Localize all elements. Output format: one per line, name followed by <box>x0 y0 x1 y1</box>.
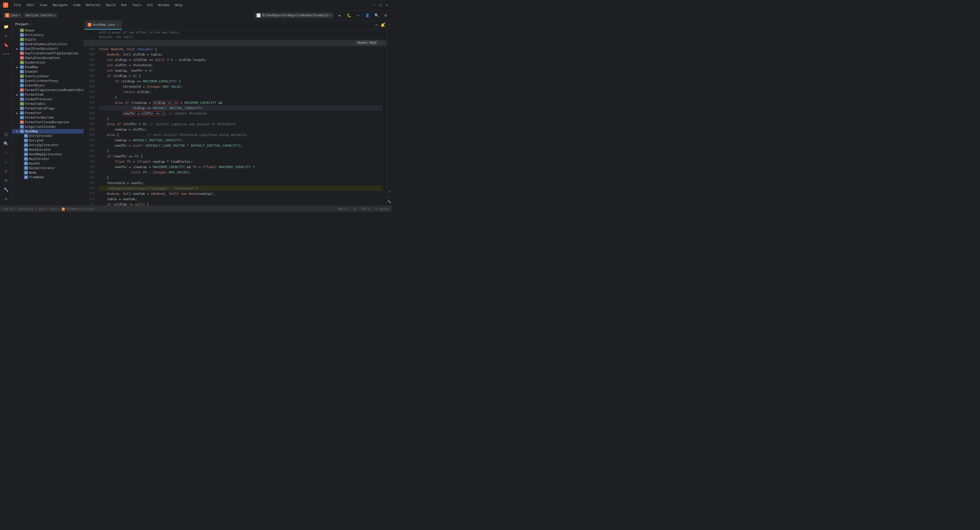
code-editor[interactable]: 683 684 685 686 687 688 689 690 691 692 … <box>84 46 387 206</box>
run3-button[interactable]: ▷ <box>2 158 10 166</box>
terminal-button[interactable]: ⊞ <box>2 176 10 185</box>
tab-more-button[interactable]: ⋯ <box>374 22 380 28</box>
menu-code[interactable]: Code <box>71 2 83 8</box>
close-button[interactable]: ✕ <box>385 3 389 7</box>
ln-712: 712 <box>84 202 95 206</box>
tree-item-keyspliterator[interactable]: C KeySpliterator <box>12 166 83 170</box>
restore-button[interactable]: □ <box>379 3 383 7</box>
more-actions-button[interactable]: ⋯ <box>355 12 361 18</box>
more-button[interactable]: ••• <box>2 50 10 58</box>
profile-icon[interactable]: 👤 <box>364 12 371 18</box>
menu-tools[interactable]: Tools <box>130 2 144 8</box>
settings2-button[interactable]: ⚙ <box>2 194 10 203</box>
tree-item-dictionary[interactable]: C Dictionary <box>12 33 83 37</box>
build-button[interactable]: 🔧 <box>2 185 10 194</box>
menu-file[interactable]: File <box>11 2 24 8</box>
settings-button[interactable]: ⚙ <box>383 12 389 18</box>
formatitem-type-icon: C <box>20 93 24 96</box>
status-lf[interactable]: LF <box>352 207 358 211</box>
tree-item-hashmapspliterator[interactable]: C HashMapSpliterator <box>12 152 83 157</box>
reader-mode-button[interactable]: Reader Mode <box>356 41 379 45</box>
tree-item-formatterclosed[interactable]: E FormatterClosedException <box>12 120 83 124</box>
right-undo-icon[interactable]: ↩ <box>387 194 391 199</box>
tree-item-entryiterator[interactable]: C EntryIterator <box>12 134 83 138</box>
tree-item-treenode[interactable]: C TreeNode <box>12 175 83 180</box>
search-button[interactable]: 🔍 <box>374 12 380 18</box>
eventobject-type-icon: C <box>20 84 24 87</box>
tree-item-enumeration[interactable]: I Enumeration <box>12 60 83 65</box>
vcs-selector[interactable]: Version control ▼ <box>24 13 58 18</box>
menu-refactor[interactable]: Refactor <box>83 2 103 8</box>
notification-button[interactable]: 🔔 <box>380 22 386 28</box>
code-line-684: Node<K, V>[] oldTab = table; <box>99 52 383 57</box>
menu-window[interactable]: Window <box>156 2 172 8</box>
tab-hashmap[interactable]: J HashMap.java ✕ <box>85 21 122 30</box>
debug-button[interactable]: 🐛 <box>346 12 352 18</box>
status-indent[interactable]: 4 spaces <box>374 207 390 211</box>
digits-type-icon: I <box>20 38 24 41</box>
emptystack-label: EmptyStackException <box>25 56 60 60</box>
tree-item-formatterbuilder[interactable]: C FormatterBuilder <box>12 115 83 120</box>
duplicateformat-label: DuplicateFormatFlagsException <box>25 51 79 55</box>
tree-item-formattableflags[interactable]: C FormattableFlags <box>12 106 83 111</box>
ln-686: 686 <box>84 62 95 68</box>
tree-item-eventlistenerproxy[interactable]: C EventListenerProxy <box>12 78 83 83</box>
tree-item-formatflags[interactable]: E FormatFlagsConversionMismatchException <box>12 88 83 92</box>
tree-item-doublesummary[interactable]: C DoubleSummaryStatistics <box>12 42 83 46</box>
menu-edit[interactable]: Edit <box>24 2 37 8</box>
language-selector[interactable]: J java ▼ <box>3 13 22 18</box>
code-line-712: if (oldTab != null) { <box>99 202 383 206</box>
hashiterator-type-icon: C <box>24 148 28 151</box>
tree-item-node[interactable]: C Node <box>12 170 83 175</box>
git2-button[interactable]: ⑂ <box>2 149 10 157</box>
explorer-button[interactable]: 📁 <box>2 22 10 30</box>
tree-item-entryset[interactable]: C EntrySet <box>12 138 83 143</box>
doc-hint2-bar: Returns: the table <box>84 35 387 40</box>
tree-item-formattable[interactable]: I Formattable <box>12 102 83 106</box>
tree-item-eventlistener[interactable]: I EventListener <box>12 74 83 78</box>
bookmarks-button[interactable]: 🔖 <box>2 41 10 49</box>
tree-item-eventobject[interactable]: C EventObject <box>12 83 83 88</box>
run-configuration[interactable]: ⬜ BitAndOperatorNegativeNumberExample3 ▼ <box>254 12 334 18</box>
menu-navigate[interactable]: Navigate <box>50 2 70 8</box>
tree-item-deque[interactable]: I Deque <box>12 28 83 33</box>
status-path[interactable]: jdk-21 > java.base > java > util > C Has… <box>2 207 95 211</box>
tab-close-button[interactable]: ✕ <box>117 23 119 27</box>
tree-item-formatitem[interactable]: ▶ C FormatItem <box>12 92 83 97</box>
tree-item-keyiterator[interactable]: C KeyIterator <box>12 157 83 161</box>
tree-item-formatprocessor[interactable]: C FormatProcessor <box>12 97 83 102</box>
right-more-icon[interactable]: ⋯ <box>387 22 391 27</box>
status-method-icon: ⊕ <box>81 207 83 211</box>
gradle-button[interactable]: G <box>2 167 10 175</box>
menu-vcs[interactable]: VCS <box>145 2 155 8</box>
tree-item-gregoriancalendar[interactable]: C GregorianCalendar <box>12 124 83 129</box>
code-line-683: final Node<K, V>[] resize() { <box>99 46 383 52</box>
tree-item-formatter[interactable]: ▶ C Formatter <box>12 111 83 115</box>
find-button[interactable]: 🔍 <box>2 140 10 148</box>
tree-item-digits[interactable]: I Digits <box>12 37 83 42</box>
git-button[interactable]: ⊙ <box>2 32 10 40</box>
run-button[interactable]: ▶ <box>337 12 343 18</box>
structure-button[interactable]: ☰ <box>2 131 10 138</box>
status-encoding-text: UTF-8 <box>362 207 370 211</box>
status-position[interactable]: 694:57 <box>337 207 349 211</box>
tree-item-hashiterator[interactable]: C HashIterator <box>12 147 83 152</box>
project-header[interactable]: Project ▼ <box>12 21 83 28</box>
right-refactor-icon[interactable]: ⟲ <box>387 189 391 194</box>
tree-item-entryspliterator[interactable]: C EntrySpliterator <box>12 143 83 147</box>
tree-item-enumset[interactable]: C EnumSet <box>12 69 83 74</box>
status-encoding[interactable]: UTF-8 <box>361 207 371 211</box>
tree-item-duplicateformat[interactable]: E DuplicateFormatFlagsException <box>12 51 83 56</box>
right-inspect-icon[interactable]: 🔧 <box>387 200 391 204</box>
tree-item-emptystack[interactable]: E EmptyStackException <box>12 56 83 60</box>
reader-mode-check-icon[interactable]: ✓ <box>380 41 383 45</box>
menu-build[interactable]: Build <box>104 2 118 8</box>
tree-item-dualpivot[interactable]: ▶ C DualPivotQuicksort <box>12 46 83 51</box>
menu-help[interactable]: Help <box>172 2 185 8</box>
tree-item-hashmap[interactable]: ▼ C HashMap <box>12 129 83 134</box>
menu-run[interactable]: Run <box>119 2 129 8</box>
minimize-button[interactable]: ─ <box>372 3 377 7</box>
tree-item-keyset[interactable]: C KeySet <box>12 161 83 166</box>
menu-view[interactable]: View <box>37 2 50 8</box>
tree-item-enummap[interactable]: ▶ C EnumMap <box>12 65 83 69</box>
